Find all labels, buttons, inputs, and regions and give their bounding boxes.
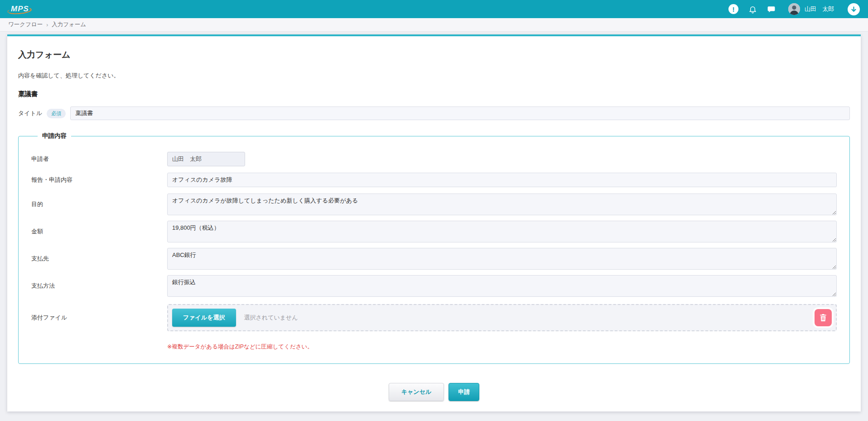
cancel-button[interactable]: キャンセル — [389, 383, 444, 401]
notifications-bell-icon[interactable] — [748, 5, 757, 14]
purpose-textarea[interactable]: オフィスのカメラが故障してしまったため新しく購入する必要がある — [167, 194, 837, 215]
report-content-row: 報告・申請内容 — [31, 173, 837, 187]
trash-icon — [819, 313, 828, 322]
app-logo-text: MPS — [11, 5, 29, 13]
amount-label: 金額 — [31, 227, 167, 236]
required-badge: 必須 — [47, 109, 66, 118]
form-card: 入力フォーム 内容を確認して、処理してください。 稟議書 タイトル 必須 申請内… — [7, 34, 861, 411]
avatar[interactable] — [788, 3, 800, 15]
title-label: タイトル — [18, 109, 42, 117]
file-select-button[interactable]: ファイルを選択 — [172, 309, 236, 327]
purpose-row: 目的 オフィスのカメラが故障してしまったため新しく購入する必要がある — [31, 194, 837, 215]
amount-row: 金額 19,800円（税込） — [31, 221, 837, 242]
page-title: 入力フォーム — [18, 49, 850, 61]
submit-button[interactable]: 申請 — [448, 383, 479, 401]
chat-icon[interactable] — [767, 5, 776, 14]
section-legend: 申請内容 — [38, 132, 71, 140]
application-content-section: 申請内容 申請者 報告・申請内容 目的 オフィスのカメラが故障してしまったため新… — [18, 132, 850, 364]
user-name: 山田 太郎 — [805, 5, 834, 13]
attachment-row: 添付ファイル ファイルを選択 選択されていません — [31, 304, 837, 331]
alert-icon[interactable]: ! — [728, 4, 738, 14]
attachment-note: ※複数データがある場合はZIPなどに圧縮してください。 — [167, 343, 313, 351]
payee-row: 支払先 ABC銀行 — [31, 248, 837, 270]
breadcrumb-workflow[interactable]: ワークフロー — [8, 21, 43, 29]
payee-label: 支払先 — [31, 255, 167, 263]
header-actions: ! 山田 太郎 — [728, 3, 860, 15]
file-dropzone[interactable]: ファイルを選択 選択されていません — [167, 304, 837, 331]
payment-method-row: 支払方法 銀行振込 — [31, 275, 837, 297]
file-status-text: 選択されていません — [244, 314, 298, 322]
applicant-input[interactable] — [167, 152, 245, 166]
document-heading: 稟議書 — [18, 90, 850, 98]
delete-attachment-button[interactable] — [815, 309, 832, 326]
title-field-row: タイトル 必須 — [18, 106, 850, 120]
app-logo[interactable]: MPS — [8, 4, 32, 15]
attachment-note-row: ※複数データがある場合はZIPなどに圧縮してください。 — [31, 343, 837, 351]
app-header: MPS ! 山田 太郎 — [0, 0, 868, 18]
breadcrumb: ワークフロー › 入力フォーム — [0, 18, 868, 32]
report-content-input[interactable] — [167, 173, 837, 187]
purpose-label: 目的 — [31, 200, 167, 208]
payment-method-textarea[interactable]: 銀行振込 — [167, 275, 837, 297]
amount-textarea[interactable]: 19,800円（税込） — [167, 221, 837, 242]
payment-method-label: 支払方法 — [31, 282, 167, 290]
scroll-down-icon[interactable] — [848, 3, 860, 15]
breadcrumb-separator-icon: › — [46, 22, 48, 28]
title-input[interactable] — [70, 106, 850, 120]
applicant-row: 申請者 — [31, 152, 837, 166]
applicant-label: 申請者 — [31, 155, 167, 163]
report-content-label: 報告・申請内容 — [31, 176, 167, 184]
payee-textarea[interactable]: ABC銀行 — [167, 248, 837, 270]
page-description: 内容を確認して、処理してください。 — [18, 72, 850, 80]
attachment-label: 添付ファイル — [31, 314, 167, 322]
form-actions: キャンセル 申請 — [18, 383, 850, 401]
breadcrumb-current: 入力フォーム — [52, 21, 86, 29]
